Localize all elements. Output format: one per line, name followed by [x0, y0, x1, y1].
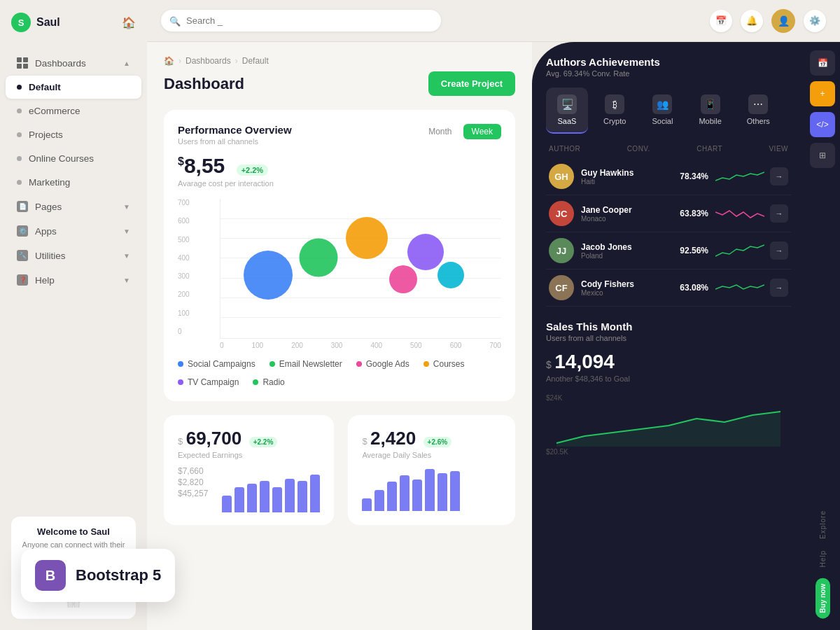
- settings-button[interactable]: ⚙️: [804, 10, 826, 32]
- chart-legend: Social Campaigns Email Newsletter Google…: [178, 359, 501, 387]
- author-chart-jane: [708, 205, 764, 223]
- performance-title: Performance Overview: [178, 124, 292, 136]
- authors-section: Authors Achievements Avg. 69.34% Conv. R…: [546, 56, 791, 456]
- sidebar-item-marketing[interactable]: Marketing: [6, 171, 141, 194]
- chevron-icon: ▼: [123, 227, 130, 235]
- bubble-courses: [346, 217, 388, 259]
- sidebar-item-apps[interactable]: ⚙️ Apps ▼: [6, 219, 141, 243]
- earnings-bar-chart: [222, 470, 320, 512]
- sidebar-label-ecommerce: eCommerce: [29, 106, 80, 116]
- daily-sales-value: 2,420: [370, 428, 416, 449]
- col-chart: CHART: [696, 145, 722, 153]
- amounts-list: $7,660 $2,820 $45,257: [178, 465, 208, 512]
- authors-title: Authors Achievements: [546, 56, 791, 68]
- bootstrap-badge: B Bootstrap 5: [21, 549, 175, 602]
- authors-table-header: AUTHOR CONV. CHART VIEW: [546, 145, 791, 153]
- add-edge-button[interactable]: +: [810, 81, 835, 106]
- tab-social[interactable]: 👥 Social: [641, 88, 683, 134]
- period-month-button[interactable]: Month: [420, 124, 460, 139]
- sidebar-item-dashboards[interactable]: Dashboards ▲: [6, 51, 141, 75]
- performance-header: Performance Overview Users from all chan…: [178, 124, 501, 146]
- help-label: Help: [819, 550, 827, 568]
- author-name-jane: Jane Cooper: [581, 205, 670, 215]
- nav-dot: [17, 132, 22, 137]
- author-view-btn-cody[interactable]: →: [770, 279, 788, 297]
- sidebar-item-utilities[interactable]: 🔧 Utilities ▼: [6, 244, 141, 267]
- sidebar-label-apps: Apps: [35, 226, 57, 237]
- sales-title: Sales This Month: [546, 321, 791, 332]
- legend-social-campaigns: Social Campaigns: [178, 359, 255, 369]
- avatar[interactable]: 👤: [771, 9, 795, 33]
- sidebar-label-utilities: Utilities: [35, 251, 66, 261]
- author-conv-jane: 63.83%: [670, 209, 708, 218]
- others-icon: ⋯: [748, 94, 768, 114]
- author-view-btn-jane[interactable]: →: [770, 204, 788, 223]
- pin-icon[interactable]: 🏠: [122, 16, 136, 29]
- page-header: Dashboard Create Project: [164, 71, 515, 96]
- search-input[interactable]: [161, 10, 441, 31]
- sidebar-item-default[interactable]: Default: [6, 76, 141, 99]
- nav-dot: [17, 108, 22, 113]
- tab-saas[interactable]: 🖥️ SaaS: [546, 88, 588, 134]
- sidebar-item-projects[interactable]: Projects: [6, 123, 141, 146]
- apps-icon: ⚙️: [17, 225, 28, 237]
- performance-value: $8,55: [178, 154, 231, 177]
- author-conv-jacob: 92.56%: [670, 246, 708, 255]
- social-icon: 👥: [652, 94, 672, 114]
- code-edge-button[interactable]: </>: [810, 112, 835, 137]
- author-row-jacob: JJ Jacob Jones Poland 92.56% →: [546, 232, 791, 270]
- author-chart-jacob: [708, 242, 764, 260]
- create-project-button[interactable]: Create Project: [428, 71, 515, 96]
- calendar-edge-button[interactable]: 📅: [810, 50, 835, 76]
- performance-subtitle: Users from all channels: [178, 137, 292, 146]
- author-conv-guy: 78.34%: [670, 172, 708, 181]
- expected-earnings-card: $ 69,700 +2.2% Expected Earnings $7,660 …: [164, 415, 334, 525]
- author-view-btn-guy[interactable]: →: [770, 167, 788, 186]
- chevron-icon: ▲: [123, 59, 130, 67]
- sidebar-label-online-courses: Online Courses: [29, 153, 94, 164]
- sales-subtitle: Users from all channels: [546, 334, 791, 342]
- category-tabs: 🖥️ SaaS ₿ Crypto 👥 Social 📱 Mobile: [546, 88, 791, 134]
- daily-sales-badge: +2.6%: [424, 437, 452, 447]
- breadcrumb-home[interactable]: 🏠: [164, 56, 174, 66]
- sidebar-item-pages[interactable]: 📄 Pages ▼: [6, 195, 141, 218]
- period-week-button[interactable]: Week: [463, 124, 501, 139]
- author-name-guy: Guy Hawkins: [581, 168, 670, 178]
- nav-dot: [17, 85, 22, 90]
- sidebar-item-online-courses[interactable]: Online Courses: [6, 147, 141, 170]
- breadcrumb: 🏠 › Dashboards › Default: [164, 56, 515, 66]
- content-main: 🏠 › Dashboards › Default Dashboard Creat…: [147, 42, 532, 630]
- sales-chart: [546, 405, 791, 447]
- tab-crypto[interactable]: ₿ Crypto: [594, 88, 636, 134]
- sidebar-item-ecommerce[interactable]: eCommerce: [6, 99, 141, 122]
- help-icon: ❓: [17, 274, 28, 286]
- page-title: Dashboard: [164, 75, 244, 93]
- author-location-jacob: Poland: [581, 252, 670, 260]
- tab-mobile[interactable]: 📱 Mobile: [689, 88, 731, 134]
- sales-value: 14,094: [554, 351, 615, 372]
- col-author: AUTHOR: [549, 145, 580, 153]
- sidebar-label-projects: Projects: [29, 130, 63, 140]
- author-view-btn-jacob[interactable]: →: [770, 241, 788, 260]
- app-name: Saul: [36, 16, 60, 29]
- y-axis: 700 600 500 400 300 200 100 0: [178, 199, 190, 335]
- topbar-right: 📅 🔔 👤 ⚙️: [710, 9, 826, 33]
- author-location-jane: Monaco: [581, 215, 670, 223]
- legend-tv-campaign: TV Campaign: [178, 377, 239, 387]
- tab-others[interactable]: ⋯ Others: [737, 88, 780, 134]
- pages-icon: 📄: [17, 201, 28, 212]
- grid-edge-button[interactable]: ⊞: [810, 143, 835, 168]
- performance-label: Avarage cost per interaction: [178, 179, 501, 188]
- breadcrumb-dashboards[interactable]: Dashboards: [186, 56, 231, 66]
- author-chart-guy: [708, 168, 764, 186]
- legend-radio: Radio: [253, 377, 284, 387]
- sidebar-item-help[interactable]: ❓ Help ▼: [6, 268, 141, 292]
- bubble-radio: [438, 262, 464, 288]
- main-area: 🔍 📅 🔔 👤 ⚙️ 🏠 › Dashboards › Default Dash…: [147, 0, 840, 630]
- notifications-button[interactable]: 🔔: [741, 10, 763, 32]
- tab-crypto-label: Crypto: [603, 117, 626, 125]
- calendar-button[interactable]: 📅: [710, 10, 732, 32]
- bootstrap-logo: B: [35, 560, 66, 591]
- buy-now-button[interactable]: Buy now: [816, 578, 830, 619]
- author-chart-cody: [708, 279, 764, 297]
